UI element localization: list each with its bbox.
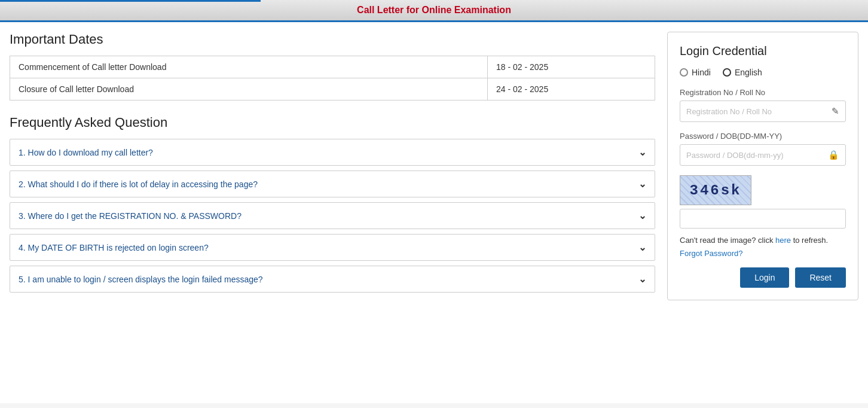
date-value-2: 24 - 02 - 2025 [488, 78, 655, 101]
faq-item-5[interactable]: 5. I am unable to login / screen display… [10, 266, 655, 293]
registration-input-row: ✎ [680, 101, 846, 122]
faq-item-1[interactable]: 1. How do I download my call letter? ⌄ [10, 139, 655, 166]
progress-bar [0, 0, 261, 2]
captcha-hint-prefix: Can't read the image? click [680, 236, 775, 245]
captcha-hint: Can't read the image? click here to refr… [680, 235, 846, 246]
faq-item-3[interactable]: 3. Where do I get the REGISTRATION NO. &… [10, 202, 655, 229]
page-title: Call Letter for Online Examination [357, 5, 511, 15]
date-label-1: Commencement of Call letter Download [10, 56, 488, 78]
faq-question-2: 2. What should I do if there is lot of d… [19, 179, 258, 189]
language-options: Hindi English [680, 68, 846, 77]
lang-english[interactable]: English [723, 68, 762, 77]
main-content: Important Dates Commencement of Call let… [0, 22, 868, 403]
login-title: Login Credential [680, 44, 846, 58]
date-label-2: Closure of Call letter Download [10, 78, 488, 101]
captcha-refresh-link[interactable]: here [775, 236, 791, 245]
important-dates-title: Important Dates [10, 32, 655, 47]
date-value-1: 18 - 02 - 2025 [488, 56, 655, 78]
captcha-text: 346sk [689, 182, 741, 199]
faq-item-4[interactable]: 4. My DATE OF BIRTH is rejected on login… [10, 234, 655, 261]
lock-icon: 🔒 [822, 145, 845, 165]
faq-question-3: 3. Where do I get the REGISTRATION NO. &… [19, 211, 242, 221]
edit-icon: ✎ [826, 101, 845, 121]
registration-input[interactable] [680, 102, 826, 121]
registration-label: Registration No / Roll No [680, 88, 846, 97]
lang-hindi[interactable]: Hindi [680, 68, 711, 77]
captcha-section: 346sk [680, 175, 846, 229]
chevron-down-icon-5: ⌄ [638, 273, 646, 285]
faq-question-5: 5. I am unable to login / screen display… [19, 275, 263, 284]
faq-question-4: 4. My DATE OF BIRTH is rejected on login… [19, 243, 209, 252]
faq-question-1: 1. How do I download my call letter? [19, 148, 153, 157]
button-row: Login Reset [680, 267, 846, 288]
faq-item-2[interactable]: 2. What should I do if there is lot of d… [10, 170, 655, 197]
login-panel: Login Credential Hindi English Registrat… [667, 32, 858, 300]
captcha-input-row [680, 209, 846, 229]
captcha-image: 346sk [680, 175, 751, 205]
password-label: Password / DOB(DD-MM-YY) [680, 132, 846, 141]
lang-english-label: English [735, 68, 762, 77]
chevron-down-icon-3: ⌄ [638, 210, 646, 221]
forgot-password-link[interactable]: Forgot Password? [680, 249, 846, 258]
chevron-down-icon-2: ⌄ [638, 178, 646, 190]
table-row: Closure of Call letter Download 24 - 02 … [10, 78, 655, 101]
captcha-hint-suffix: to refresh. [791, 236, 828, 245]
dates-table: Commencement of Call letter Download 18 … [10, 56, 655, 101]
chevron-down-icon-1: ⌄ [638, 147, 646, 158]
chevron-down-icon-4: ⌄ [638, 242, 646, 253]
reset-button[interactable]: Reset [795, 267, 846, 288]
password-input-row: 🔒 [680, 144, 846, 166]
radio-hindi [680, 68, 688, 77]
top-bar: Call Letter for Online Examination [0, 0, 868, 22]
radio-english [723, 68, 731, 77]
lang-hindi-label: Hindi [692, 68, 711, 77]
captcha-input[interactable] [680, 209, 845, 228]
faq-title: Frequently Asked Question [10, 115, 655, 130]
table-row: Commencement of Call letter Download 18 … [10, 56, 655, 78]
password-input[interactable] [680, 146, 822, 165]
left-panel: Important Dates Commencement of Call let… [10, 32, 655, 394]
login-button[interactable]: Login [740, 267, 789, 288]
